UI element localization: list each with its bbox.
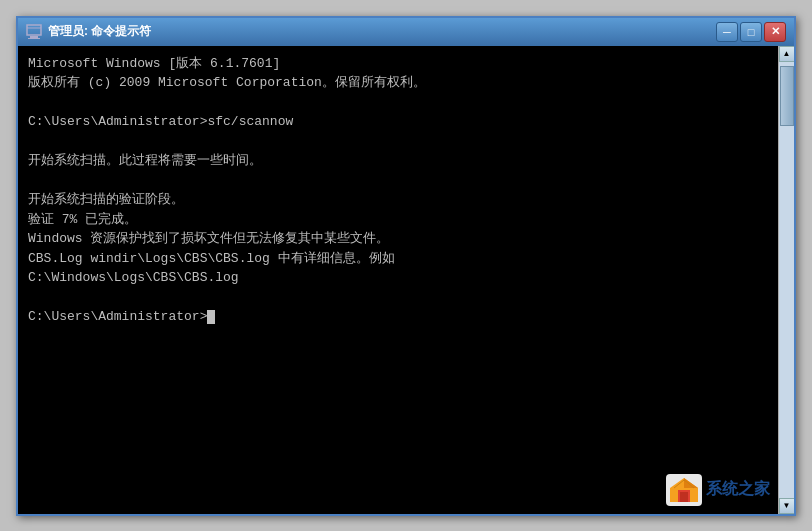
close-button[interactable]: ✕	[764, 22, 786, 42]
window-title: 管理员: 命令提示符	[48, 23, 716, 40]
window-icon	[26, 24, 42, 40]
svg-rect-2	[30, 36, 38, 38]
scroll-down-button[interactable]: ▼	[779, 498, 795, 514]
svg-rect-8	[680, 492, 688, 502]
maximize-button[interactable]: □	[740, 22, 762, 42]
scrollbar-track[interactable]	[779, 62, 794, 498]
scrollbar[interactable]: ▲ ▼	[778, 46, 794, 514]
minimize-button[interactable]: ─	[716, 22, 738, 42]
window-body: Microsoft Windows [版本 6.1.7601] 版权所有 (c)…	[18, 46, 794, 514]
terminal-content: Microsoft Windows [版本 6.1.7601] 版权所有 (c)…	[28, 54, 768, 327]
scroll-up-button[interactable]: ▲	[779, 46, 795, 62]
cmd-window: 管理员: 命令提示符 ─ □ ✕ Microsoft Windows [版本 6…	[16, 16, 796, 516]
terminal-area[interactable]: Microsoft Windows [版本 6.1.7601] 版权所有 (c)…	[18, 46, 778, 514]
scrollbar-thumb[interactable]	[780, 66, 794, 126]
watermark-logo-icon	[666, 474, 702, 506]
svg-rect-3	[28, 38, 40, 39]
watermark: 系统之家	[666, 474, 770, 506]
window-controls: ─ □ ✕	[716, 22, 786, 42]
svg-rect-0	[27, 25, 41, 35]
watermark-text: 系统之家	[706, 479, 770, 500]
title-bar: 管理员: 命令提示符 ─ □ ✕	[18, 18, 794, 46]
